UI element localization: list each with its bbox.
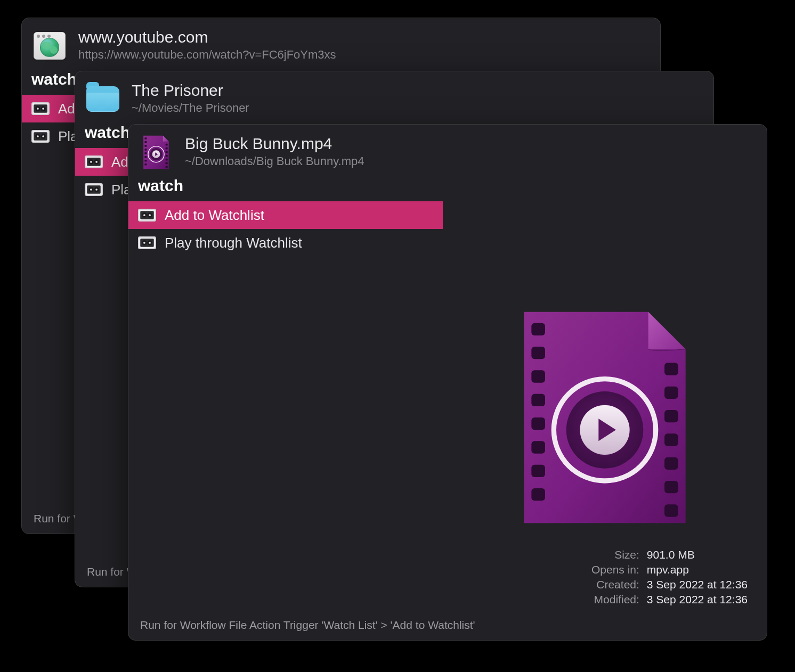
header-subtitle: ~/Downloads/Big Buck Bunny.mp4 bbox=[185, 153, 755, 170]
metadata-value-opens-in: mpv.app bbox=[647, 563, 748, 576]
header-subtitle: ~/Movies/The Prisoner bbox=[132, 100, 702, 117]
alfred-panel-videofile: Big Buck Bunny.mp4 ~/Downloads/Big Buck … bbox=[128, 124, 767, 641]
preview-pane: Size: 901.0 MB Opens in: mpv.app Created… bbox=[443, 201, 767, 611]
panel-header: www.youtube.com https://www.youtube.com/… bbox=[22, 18, 660, 68]
vhs-icon bbox=[138, 235, 156, 250]
header-title: The Prisoner bbox=[132, 81, 702, 99]
metadata-value-modified: 3 Sep 2022 at 12:36 bbox=[647, 593, 748, 606]
search-query-text: watch bbox=[138, 177, 183, 194]
panel-header: Big Buck Bunny.mp4 ~/Downloads/Big Buck … bbox=[128, 125, 767, 175]
vhs-icon bbox=[85, 154, 103, 169]
vhs-icon bbox=[138, 208, 156, 223]
browser-window-icon bbox=[31, 28, 68, 64]
result-play-through-watchlist[interactable]: Play through Watchlist bbox=[128, 229, 443, 257]
vhs-icon bbox=[85, 182, 103, 197]
file-metadata: Size: 901.0 MB Opens in: mpv.app Created… bbox=[459, 548, 751, 606]
vhs-icon bbox=[31, 101, 50, 116]
header-subtitle: https://www.youtube.com/watch?v=FC6jFoYm… bbox=[78, 47, 648, 63]
panel-header: The Prisoner ~/Movies/The Prisoner bbox=[75, 71, 713, 121]
header-title: www.youtube.com bbox=[78, 28, 648, 46]
search-query-text: watch bbox=[85, 124, 130, 141]
video-file-icon bbox=[512, 306, 698, 529]
header-title: Big Buck Bunny.mp4 bbox=[185, 135, 755, 152]
result-label: Play through Watchlist bbox=[165, 235, 302, 251]
metadata-key-created: Created: bbox=[459, 578, 639, 591]
search-query-text: watch bbox=[31, 70, 77, 88]
vhs-icon bbox=[31, 129, 50, 144]
results-list: Add to Watchlist Play through Watchlist bbox=[128, 201, 443, 611]
result-add-to-watchlist[interactable]: Add to Watchlist bbox=[128, 201, 443, 229]
metadata-key-size: Size: bbox=[459, 548, 639, 561]
metadata-value-created: 3 Sep 2022 at 12:36 bbox=[647, 578, 748, 591]
metadata-key-modified: Modified: bbox=[459, 593, 639, 606]
metadata-value-size: 901.0 MB bbox=[647, 548, 748, 561]
search-input[interactable]: watch bbox=[128, 175, 767, 201]
folder-icon bbox=[85, 81, 121, 117]
video-file-icon bbox=[138, 134, 174, 170]
metadata-key-opens-in: Opens in: bbox=[459, 563, 639, 576]
result-label: Add to Watchlist bbox=[165, 207, 264, 224]
panel-footer-subtext: Run for Workflow File Action Trigger 'Wa… bbox=[128, 611, 767, 640]
